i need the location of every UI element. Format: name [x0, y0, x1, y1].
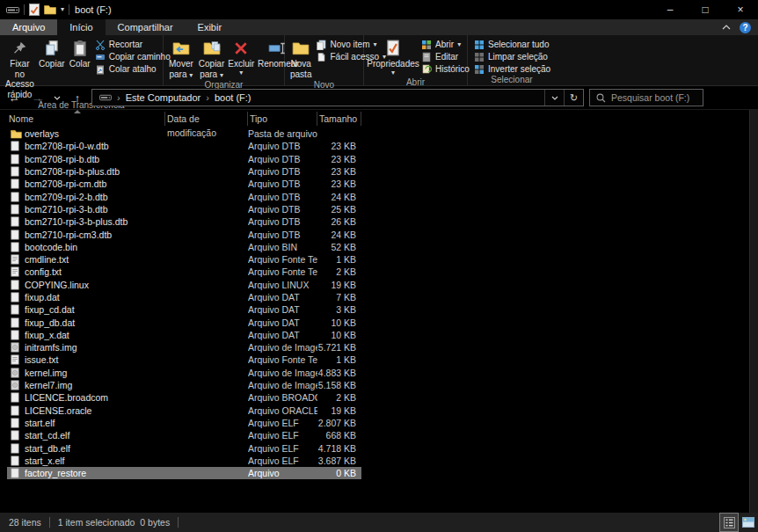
copy-button[interactable]: Copiar [37, 37, 67, 70]
tab-file[interactable]: Arquivo [0, 19, 57, 35]
large-icons-view-button[interactable] [739, 513, 758, 532]
file-row[interactable]: start_cd.elf Arquivo ELF 668 KB [7, 429, 361, 441]
properties-qat-button[interactable] [29, 4, 40, 16]
file-name: bcm2709-rpi-2-b.dtb [25, 192, 165, 202]
file-row[interactable]: bcm2708-rpi-cm.dtb Arquivo DTB 23 KB [7, 178, 361, 190]
column-header-type[interactable]: Tipo [248, 112, 317, 126]
tab-share[interactable]: Compartilhar [106, 19, 186, 35]
window-controls: – □ × [652, 0, 758, 19]
file-size: 7 KB [317, 292, 361, 302]
file-icon [7, 304, 25, 315]
breadcrumb-current[interactable]: boot (F:) [215, 92, 251, 103]
copy-path-button[interactable]: Copiar caminho [95, 51, 171, 62]
paste-button[interactable]: Colar [67, 37, 93, 70]
collapse-ribbon-icon[interactable] [722, 25, 731, 30]
file-row[interactable]: factory_restore Arquivo 0 KB [7, 467, 361, 479]
forward-icon[interactable]: → [28, 91, 46, 105]
file-row[interactable]: bcm2708-rpi-0-w.dtb Arquivo DTB 23 KB [7, 140, 361, 152]
file-row[interactable]: fixup_x.dat Arquivo DAT 10 KB [7, 329, 361, 341]
cut-button[interactable]: Recortar [95, 39, 171, 50]
file-row[interactable]: bcm2710-rpi-cm3.dtb Arquivo DTB 24 KB [7, 228, 361, 240]
file-row[interactable]: start.elf Arquivo ELF 2.807 KB [7, 417, 361, 429]
button-label: Nova pasta [290, 59, 311, 79]
button-label: Copiar caminho [109, 52, 171, 62]
file-pane: Nome Data de modificação Tipo Tamanho ov… [0, 109, 758, 513]
new-folder-button[interactable]: Nova pasta [288, 37, 314, 80]
search-box [589, 89, 703, 106]
new-folder-icon [292, 38, 310, 59]
file-row[interactable]: LICENSE.oracle Arquivo ORACLE 19 KB [7, 404, 361, 417]
column-headers: Nome Data de modificação Tipo Tamanho [0, 110, 758, 128]
tab-view[interactable]: Exibir [186, 19, 235, 35]
history-button[interactable]: Histórico [421, 63, 470, 75]
file-row[interactable]: bcm2710-rpi-3-b.dtb Arquivo DTB 25 KB [7, 203, 361, 215]
breadcrumb-this-pc[interactable]: Este Computador [126, 92, 201, 103]
file-size: 3 KB [317, 304, 361, 315]
edit-button[interactable]: Editar [421, 51, 470, 62]
help-icon[interactable]: ? [740, 22, 751, 33]
file-row[interactable]: bcm2709-rpi-2-b.dtb Arquivo DTB 24 KB [7, 190, 361, 202]
delete-button[interactable]: Excluir ▾ [227, 37, 255, 77]
file-row[interactable]: config.txt Arquivo Fonte Text 2 KB [7, 266, 361, 278]
breadcrumb[interactable]: › Este Computador › boot (F:) ↻ [91, 89, 584, 106]
file-row[interactable]: bcm2708-rpi-b-plus.dtb Arquivo DTB 23 KB [7, 165, 361, 178]
column-header-modified[interactable]: Data de modificação [165, 112, 248, 126]
search-input[interactable] [611, 92, 696, 103]
column-header-name[interactable]: Nome [7, 112, 165, 126]
maximize-button[interactable]: □ [688, 0, 723, 19]
file-type: Arquivo DTB [248, 166, 317, 177]
file-row[interactable]: LICENCE.broadcom Arquivo BROADC... 2 KB [7, 391, 361, 404]
image-icon [7, 368, 25, 378]
file-row[interactable]: fixup.dat Arquivo DAT 7 KB [7, 291, 361, 303]
file-row[interactable]: start_db.elf Arquivo ELF 4.718 KB [7, 441, 361, 454]
file-type: Arquivo DAT [248, 304, 317, 315]
open-button[interactable]: Abrir ▾ [421, 39, 470, 50]
minimize-button[interactable]: – [652, 0, 688, 19]
file-row[interactable]: kernel.img Arquivo de Image... 4.883 KB [7, 367, 361, 379]
qat-customize-caret-icon[interactable]: ▾ [61, 6, 64, 13]
file-row[interactable]: bcm2710-rpi-3-b-plus.dtb Arquivo DTB 26 … [7, 215, 361, 228]
recent-locations-chevron-icon[interactable] [51, 96, 63, 100]
close-button[interactable]: × [723, 0, 758, 19]
file-row[interactable]: fixup_cd.dat Arquivo DAT 3 KB [7, 303, 361, 316]
ribbon-group-select: Selecionar tudo Limpar seleção Inverter … [468, 35, 556, 85]
button-label: Mover para ▾ [169, 59, 193, 79]
copy-to-button[interactable]: Copiar para ▾ [196, 37, 227, 80]
select-all-button[interactable]: Selecionar tudo [474, 39, 550, 50]
file-row[interactable]: bcm2708-rpi-b.dtb Arquivo DTB 23 KB [7, 153, 361, 165]
column-header-size[interactable]: Tamanho [317, 112, 361, 126]
file-row[interactable]: bootcode.bin Arquivo BIN 52 KB [7, 241, 361, 253]
back-icon[interactable]: ← [5, 91, 23, 105]
move-to-button[interactable]: Mover para ▾ [166, 37, 196, 80]
file-type: Arquivo DTB [248, 230, 317, 240]
title-bar: ▾ boot (F:) – □ × [0, 0, 758, 19]
dropdown-caret-icon: ▾ [220, 71, 223, 79]
file-row[interactable]: COPYING.linux Arquivo LINUX 19 KB [7, 279, 361, 291]
button-label: Inverter seleção [488, 64, 550, 74]
ribbon-group-open: Propriedades ▾ Abrir ▾ Editar [364, 35, 468, 85]
tab-home[interactable]: Início [57, 19, 105, 35]
file-row[interactable]: kernel7.img Arquivo de Image... 5.158 KB [7, 379, 361, 391]
button-label: Colar [69, 59, 91, 69]
file-row[interactable]: initramfs.img Arquivo de Image... 5.721 … [7, 341, 361, 353]
file-row[interactable]: cmdline.txt Arquivo Fonte Text 1 KB [7, 253, 361, 266]
easy-access-icon [316, 52, 326, 62]
clear-selection-button[interactable]: Limpar seleção [474, 51, 550, 62]
vertical-scrollbar[interactable] [749, 110, 758, 513]
invert-selection-button[interactable]: Inverter seleção [474, 63, 550, 75]
file-name: bcm2710-rpi-cm3.dtb [25, 230, 165, 240]
address-dropdown-chevron-icon[interactable] [544, 90, 564, 106]
file-icon [7, 468, 25, 478]
details-view-button[interactable] [719, 513, 739, 532]
refresh-icon[interactable]: ↻ [564, 90, 583, 106]
file-row[interactable]: fixup_db.dat Arquivo DAT 10 KB [7, 316, 361, 328]
file-size: 4.718 KB [317, 443, 361, 454]
new-folder-qat-button[interactable] [44, 4, 56, 15]
file-size: 19 KB [317, 405, 361, 416]
file-icon [7, 242, 25, 252]
file-row[interactable]: start_x.elf Arquivo ELF 3.687 KB [7, 455, 361, 467]
file-row[interactable]: issue.txt Arquivo Fonte Text 1 KB [7, 353, 361, 366]
properties-button[interactable]: Propriedades ▾ [367, 37, 419, 77]
paste-shortcut-button[interactable]: Colar atalho [95, 63, 171, 75]
up-icon[interactable]: ↑ [69, 91, 86, 105]
